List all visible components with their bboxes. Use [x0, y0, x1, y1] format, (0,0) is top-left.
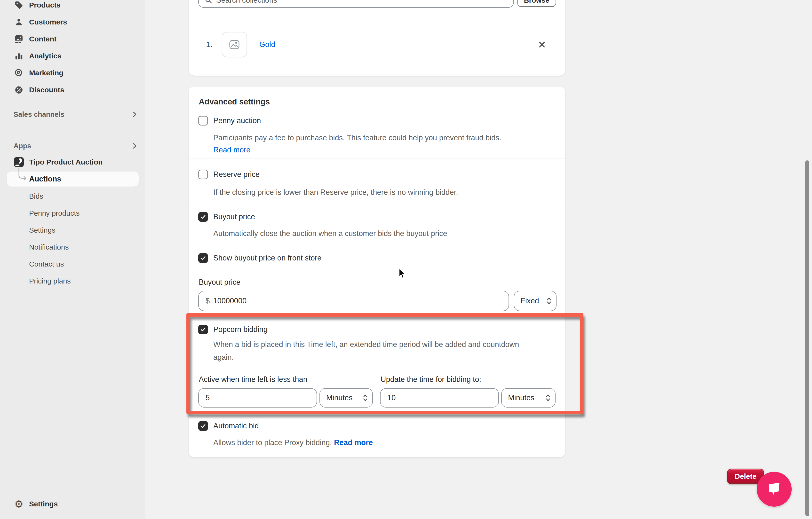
penny-auction-checkbox[interactable] — [198, 116, 208, 125]
sidebar-item-label: Marketing — [29, 69, 63, 77]
sidebar: Products Customers Content Analytics Mar… — [0, 0, 145, 519]
image-icon — [14, 34, 24, 44]
elbow-arrow-icon — [17, 168, 29, 182]
checkmark-icon — [200, 326, 206, 333]
reserve-price-label: Reserve price — [213, 170, 260, 179]
show-buyout-checkbox[interactable] — [198, 253, 208, 263]
sub-item-label: Notifications — [29, 243, 68, 251]
active-item-label: Auctions — [29, 172, 61, 187]
popcorn-bidding-row[interactable]: Popcorn bidding — [198, 324, 268, 335]
sidebar-item-pricing-plans[interactable]: Pricing plans — [29, 276, 71, 286]
update-time-unit-select[interactable]: Minutes — [501, 388, 556, 407]
buyout-price-value: 10000000 — [210, 297, 246, 305]
popcorn-bidding-label: Popcorn bidding — [213, 325, 268, 334]
penny-auction-read-more-link[interactable]: Read more — [213, 144, 251, 156]
sidebar-item-tipo-product-auction[interactable]: Tipo Product Auction — [14, 157, 103, 167]
sidebar-item-penny-products[interactable]: Penny products — [29, 208, 80, 218]
delete-button-label: Delete — [735, 472, 756, 481]
bar-chart-icon — [14, 51, 24, 61]
sidebar-item-marketing[interactable]: Marketing — [14, 68, 63, 78]
active-time-input[interactable] — [198, 388, 317, 407]
select-arrows-icon — [545, 394, 551, 402]
auction-app-icon — [14, 157, 24, 167]
automatic-bid-description-text: Allows bider to place Proxy bidding. — [213, 438, 332, 447]
search-icon — [205, 0, 213, 4]
show-buyout-row[interactable]: Show buyout price on front store — [198, 253, 321, 264]
sidebar-item-notifications[interactable]: Notifications — [29, 242, 68, 252]
sidebar-footer-settings[interactable]: ⚙ Settings — [14, 499, 58, 509]
app-name-label: Tipo Product Auction — [29, 158, 103, 166]
search-collections-input[interactable]: Search collections — [198, 0, 514, 8]
sub-item-label: Contact us — [29, 260, 64, 268]
automatic-bid-checkbox[interactable] — [198, 421, 208, 431]
popcorn-bidding-description: When a bid is placed in this Time left, … — [213, 338, 536, 364]
currency-prefix: $ — [199, 297, 210, 305]
search-placeholder: Search collections — [216, 0, 277, 5]
browse-button[interactable]: Browse — [517, 0, 556, 7]
select-arrows-icon — [546, 297, 552, 305]
automatic-bid-label: Automatic bid — [213, 422, 259, 430]
reserve-price-description: If the closing price is lower than Reser… — [213, 186, 458, 199]
active-time-value[interactable] — [199, 394, 317, 402]
popcorn-bidding-checkbox[interactable] — [198, 325, 208, 334]
select-value: Minutes — [326, 394, 353, 402]
sidebar-item-settings[interactable]: Settings — [29, 225, 55, 236]
sidebar-item-label: Analytics — [29, 52, 61, 60]
sidebar-item-label: Discounts — [29, 86, 64, 94]
buyout-price-field-label: Buyout price — [199, 278, 240, 287]
chat-bubble-icon — [765, 480, 783, 499]
active-time-unit-select[interactable]: Minutes — [319, 388, 373, 407]
sidebar-item-label: Customers — [29, 18, 67, 26]
buyout-price-description: Automatically close the auction when a c… — [213, 227, 447, 240]
sidebar-item-content[interactable]: Content — [14, 34, 56, 44]
checkmark-icon — [200, 255, 206, 262]
footer-settings-label: Settings — [29, 500, 58, 508]
sidebar-item-discounts[interactable]: Discounts — [14, 85, 64, 95]
tag-icon — [14, 0, 24, 10]
sidebar-item-contact-us[interactable]: Contact us — [29, 259, 64, 269]
section-divider — [188, 202, 565, 202]
show-buyout-label: Show buyout price on front store — [213, 254, 321, 263]
sub-item-label: Settings — [29, 226, 55, 234]
chat-widget-button[interactable] — [757, 472, 792, 507]
buyout-price-unit-select[interactable]: Fixed — [514, 291, 556, 311]
checkmark-icon — [200, 213, 206, 220]
buyout-price-checkbox[interactable] — [198, 212, 208, 222]
sidebar-item-analytics[interactable]: Analytics — [14, 51, 61, 61]
gear-icon: ⚙ — [14, 498, 24, 510]
discount-badge-icon — [14, 85, 24, 95]
remove-collection-icon[interactable] — [538, 40, 546, 49]
select-value: Minutes — [508, 394, 534, 402]
reserve-price-checkbox[interactable] — [198, 170, 208, 179]
section-label: Sales channels — [13, 111, 64, 119]
update-time-input[interactable] — [380, 388, 499, 407]
chevron-right-icon — [130, 110, 139, 119]
reserve-price-row[interactable]: Reserve price — [198, 169, 260, 180]
chevron-right-icon — [130, 142, 139, 150]
vertical-scrollbar-thumb[interactable] — [805, 160, 809, 516]
sidebar-item-label: Products — [29, 1, 61, 9]
image-placeholder-icon — [229, 39, 240, 51]
sub-item-label: Bids — [29, 192, 43, 201]
automatic-bid-read-more-link[interactable]: Read more — [334, 438, 373, 447]
sub-item-label: Penny products — [29, 209, 80, 217]
penny-auction-row[interactable]: Penny auction — [198, 115, 261, 126]
advanced-settings-card: Advanced settings Penny auction Particip… — [188, 87, 565, 457]
collections-card: Search collections Browse 1. Gold — [188, 0, 565, 75]
sidebar-item-bids[interactable]: Bids — [29, 191, 43, 202]
sidebar-item-products[interactable]: Products — [14, 0, 61, 10]
automatic-bid-description: Allows bider to place Proxy bidding. Rea… — [213, 436, 373, 449]
sidebar-item-customers[interactable]: Customers — [14, 17, 67, 27]
sidebar-section-apps[interactable]: Apps — [13, 141, 132, 151]
select-value: Fixed — [521, 297, 539, 305]
sidebar-section-sales-channels[interactable]: Sales channels — [13, 109, 132, 120]
sub-item-label: Pricing plans — [29, 277, 71, 285]
select-arrows-icon — [362, 394, 368, 402]
buyout-price-input[interactable]: $ 10000000 — [198, 291, 509, 311]
collection-link-gold[interactable]: Gold — [259, 39, 275, 50]
checkmark-icon — [200, 423, 206, 429]
buyout-price-row[interactable]: Buyout price — [198, 212, 255, 222]
update-time-value[interactable] — [381, 394, 498, 402]
automatic-bid-row[interactable]: Automatic bid — [198, 421, 259, 431]
collection-thumbnail — [222, 32, 247, 57]
